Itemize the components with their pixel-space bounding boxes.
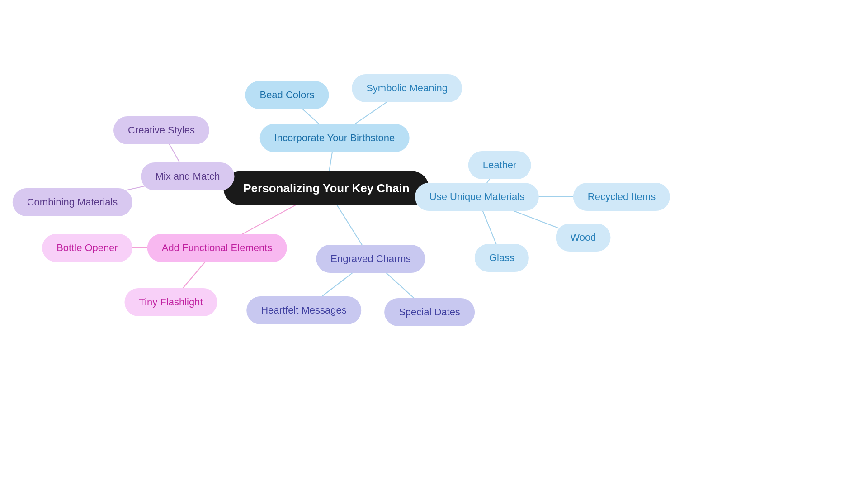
node-recycled_items: Recycled Items	[573, 183, 670, 211]
node-combining_materials: Combining Materials	[13, 188, 132, 216]
mind-map-container: Personalizing Your Key ChainBead ColorsS…	[0, 0, 868, 490]
node-leather: Leather	[468, 151, 531, 179]
node-creative_styles: Creative Styles	[113, 116, 209, 144]
node-mix_and_match: Mix and Match	[141, 162, 234, 190]
node-engraved_charms: Engraved Charms	[316, 245, 425, 273]
node-symbolic_meaning: Symbolic Meaning	[352, 74, 462, 102]
node-wood: Wood	[556, 224, 610, 252]
node-tiny_flashlight: Tiny Flashlight	[124, 288, 217, 316]
node-heartfelt_messages: Heartfelt Messages	[246, 296, 361, 324]
node-center: Personalizing Your Key Chain	[223, 171, 429, 205]
node-bottle_opener: Bottle Opener	[42, 234, 132, 262]
node-use_unique_materials: Use Unique Materials	[415, 183, 539, 211]
node-glass: Glass	[475, 244, 529, 272]
node-add_functional: Add Functional Elements	[147, 234, 287, 262]
node-bead_colors: Bead Colors	[245, 81, 329, 109]
node-special_dates: Special Dates	[384, 298, 475, 326]
node-incorporate_birthstone: Incorporate Your Birthstone	[260, 124, 410, 152]
